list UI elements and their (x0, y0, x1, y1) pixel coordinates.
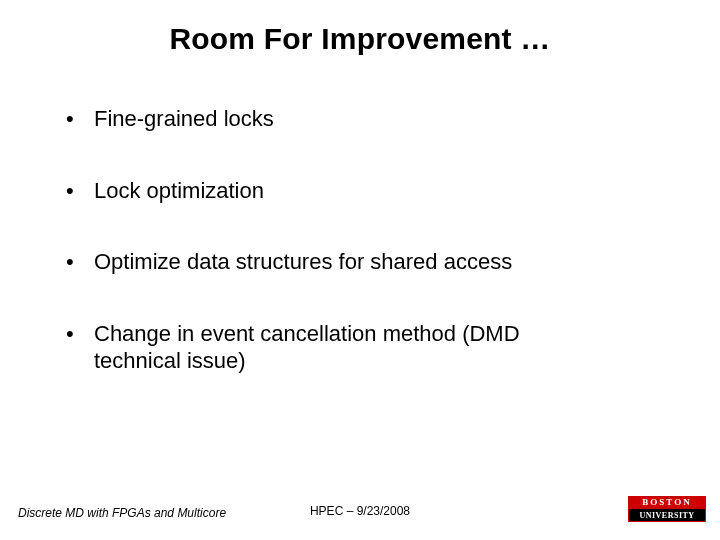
bullet-list: • Fine-grained locks • Lock optimization… (66, 105, 656, 375)
list-item: • Lock optimization (66, 177, 656, 205)
bullet-icon: • (66, 248, 74, 276)
slide-body: • Fine-grained locks • Lock optimization… (66, 105, 656, 375)
footer-center: HPEC – 9/23/2008 (0, 504, 720, 518)
logo-top-text: BOSTON (628, 496, 706, 509)
slide-title: Room For Improvement … (0, 22, 720, 56)
list-item-text: Optimize data structures for shared acce… (94, 249, 512, 274)
list-item-text: Fine-grained locks (94, 106, 274, 131)
bullet-icon: • (66, 105, 74, 133)
list-item-text: Lock optimization (94, 178, 264, 203)
boston-university-logo: BOSTON UNIVERSITY (628, 496, 706, 522)
list-item-text: Change in event cancellation method (DMD (94, 321, 520, 346)
list-item: • Change in event cancellation method (D… (66, 320, 656, 375)
logo-bottom-text: UNIVERSITY (628, 509, 706, 522)
bullet-icon: • (66, 320, 74, 348)
bullet-icon: • (66, 177, 74, 205)
footer: Discrete MD with FPGAs and Multicore HPE… (0, 492, 720, 526)
list-item-cont: technical issue) (94, 347, 656, 375)
list-item: • Fine-grained locks (66, 105, 656, 133)
list-item: • Optimize data structures for shared ac… (66, 248, 656, 276)
slide: Room For Improvement … • Fine-grained lo… (0, 0, 720, 540)
